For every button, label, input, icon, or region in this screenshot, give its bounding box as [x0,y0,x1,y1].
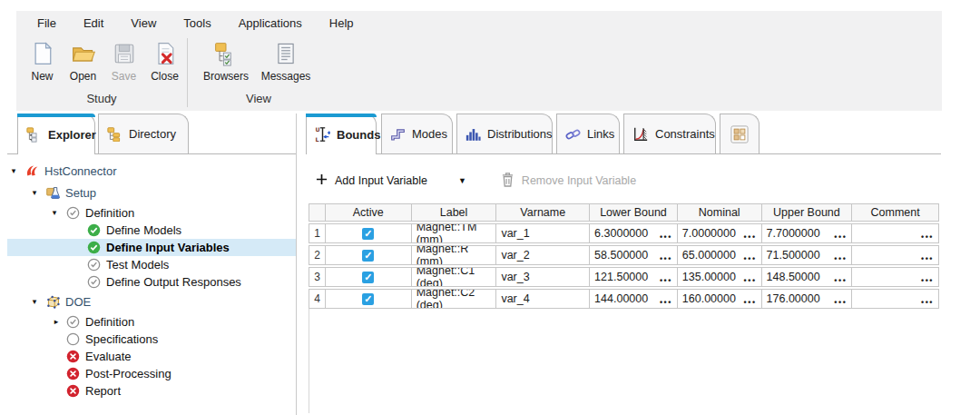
cell-options-button[interactable]: ••• [744,232,757,242]
tree-item-specifications[interactable]: Specifications [7,331,296,348]
menu-file[interactable]: File [24,13,70,34]
nominal-cell[interactable]: 65.000000••• [678,246,762,264]
cell-options-button[interactable]: ••• [921,254,934,263]
upper-bound-cell[interactable]: 148.50000••• [762,268,853,286]
remove-input-variable-button[interactable]: Remove Input Variable [494,166,643,195]
expander-down-icon[interactable]: ▾ [9,166,18,175]
active-checkbox[interactable]: ✓ [362,293,374,305]
lower-bound-cell[interactable]: 144.00000••• [590,290,678,308]
tree-item-doe[interactable]: ▾ DOE [7,291,296,312]
menu-help[interactable]: Help [316,13,368,34]
nominal-cell[interactable]: 160.00000••• [678,290,762,308]
tree-item-define-input-variables[interactable]: Define Input Variables [7,239,296,256]
lower-bound-cell[interactable]: 6.3000000••• [590,224,678,242]
active-checkbox[interactable]: ✓ [362,272,374,283]
comment-cell[interactable]: ••• [852,268,938,286]
column-header-rownum[interactable] [309,204,326,221]
tab-matrix[interactable] [720,114,760,153]
menu-tools[interactable]: Tools [170,13,224,34]
column-header-active[interactable]: Active [326,204,412,221]
column-header-label[interactable]: Label [412,204,497,221]
chevron-down-icon[interactable]: ▼ [458,176,466,185]
varname-cell[interactable]: var_4 [496,290,590,308]
column-header-upper-bound[interactable]: Upper Bound [762,204,853,221]
upper-bound-cell[interactable]: 71.500000••• [762,246,853,264]
tab-explorer[interactable]: Explorer [17,114,95,154]
column-header-varname[interactable]: Varname [496,204,590,221]
varname-cell[interactable]: var_2 [496,246,590,264]
tree-item-evaluate[interactable]: Evaluate [7,348,296,365]
tab-directory[interactable]: Directory [98,114,189,153]
row-number[interactable]: 3 [309,268,326,286]
tree-item-test-models[interactable]: Test Models [7,256,296,273]
tree-item-define-models[interactable]: Define Models [7,222,296,239]
cell-options-button[interactable]: ••• [834,254,847,263]
lower-bound-cell[interactable]: 121.50000••• [590,268,678,286]
label-cell[interactable]: Magnet::C1 (deg) [412,268,497,286]
upper-bound-cell[interactable]: 7.7000000••• [762,224,853,242]
cell-options-button[interactable]: ••• [921,276,934,285]
column-header-nominal[interactable]: Nominal [678,204,762,221]
tree-item-report[interactable]: Report [7,382,296,400]
upper-bound-cell[interactable]: 176.00000••• [762,290,853,308]
cell-options-button[interactable]: ••• [660,254,672,263]
cell-options-button[interactable]: ••• [744,298,757,307]
tree-item-definition[interactable]: ▾ Definition [7,203,296,222]
tree-item-post-processing[interactable]: Post-Processing [7,365,296,382]
menu-edit[interactable]: Edit [70,13,117,34]
comment-cell[interactable]: ••• [852,224,938,242]
column-header-lower-bound[interactable]: Lower Bound [590,204,678,221]
expander-down-icon[interactable]: ▾ [50,208,59,217]
add-input-variable-button[interactable]: Add Input Variable ▼ [309,168,474,193]
comment-cell[interactable]: ••• [852,290,938,308]
new-button[interactable]: New [22,36,63,83]
messages-button[interactable]: Messages [256,36,316,83]
expander-down-icon[interactable]: ▾ [30,188,39,197]
cell-options-button[interactable]: ••• [834,276,847,285]
cell-options-button[interactable]: ••• [834,298,847,307]
tab-constraints[interactable]: Constraints [623,114,716,153]
active-cell: ✓ [326,268,412,286]
browsers-button[interactable]: Browsers [196,36,256,83]
comment-cell[interactable]: ••• [852,246,938,264]
row-number[interactable]: 4 [309,290,326,308]
cell-options-button[interactable]: ••• [660,298,672,307]
cell-options-button[interactable]: ••• [921,232,934,242]
tree-item-define-output-responses[interactable]: Define Output Responses [7,273,296,291]
tab-links[interactable]: Links [556,114,620,153]
save-button[interactable]: Save [103,36,144,83]
cell-options-button[interactable]: ••• [660,232,672,242]
active-checkbox[interactable]: ✓ [362,228,374,240]
tab-distributions[interactable]: Distributions [456,114,553,153]
menu-applications[interactable]: Applications [225,13,316,34]
lower-bound-cell[interactable]: 58.500000••• [590,246,678,264]
active-checkbox[interactable]: ✓ [362,250,374,262]
label-cell[interactable]: Magnet::C2 (deg) [412,290,497,308]
nominal-cell[interactable]: 135.00000••• [678,268,762,286]
tab-modes[interactable]: Modes [381,114,453,153]
row-number[interactable]: 1 [309,224,326,242]
label-cell[interactable]: Magnet::R (mm) [412,246,497,264]
check-circle-gray-icon [86,274,102,290]
tree-item-doe-definition[interactable]: ▸ Definition [7,312,296,331]
row-number[interactable]: 2 [309,246,326,264]
tree-item-setup[interactable]: ▾ Setup [7,182,296,203]
cell-options-button[interactable]: ••• [921,298,934,307]
nominal-cell[interactable]: 7.0000000••• [678,224,762,242]
expander-right-icon[interactable]: ▸ [52,317,61,326]
cell-options-button[interactable]: ••• [660,276,672,285]
cell-options-button[interactable]: ••• [744,276,757,285]
bounds-icon: UL [315,126,330,143]
cell-options-button[interactable]: ••• [834,232,847,242]
cell-options-button[interactable]: ••• [744,254,757,263]
open-button[interactable]: Open [63,36,103,83]
label-cell[interactable]: Magnet::TM (mm) [412,224,497,242]
menu-view[interactable]: View [117,13,170,34]
varname-cell[interactable]: var_1 [496,224,590,242]
close-button[interactable]: Close [144,36,185,83]
column-header-comment[interactable]: Comment [852,204,938,221]
tab-bounds[interactable]: UL Bounds [306,114,377,154]
expander-down-icon[interactable]: ▾ [30,297,39,306]
varname-cell[interactable]: var_3 [496,268,590,286]
tree-item-hstconnector[interactable]: ▾ HstConnector [7,160,296,182]
